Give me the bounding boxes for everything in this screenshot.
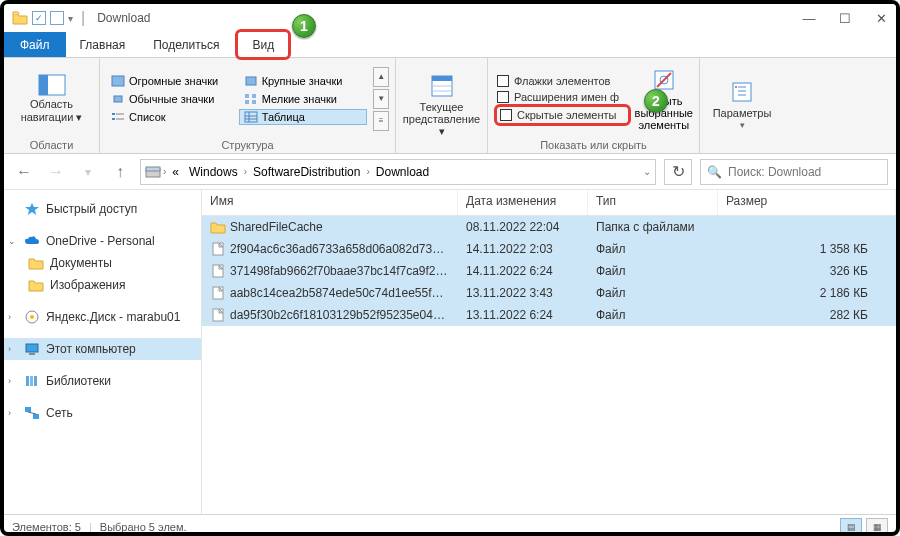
folder-icon <box>12 11 28 25</box>
table-row[interactable]: da95f30b2c6f18103129b52f95235e04bc19...1… <box>202 304 896 326</box>
table-row[interactable]: 371498fab9662f70baae37bc14f7ca9f24f4f...… <box>202 260 896 282</box>
address-bar[interactable]: › « Windows › SoftwareDistribution › Dow… <box>140 159 656 185</box>
check-item-flags[interactable]: Флажки элементов <box>494 74 631 88</box>
group-label: Показать или скрыть <box>488 139 699 153</box>
drive-icon <box>145 165 161 179</box>
breadcrumb-segment[interactable]: « Windows <box>168 165 241 179</box>
checkbox-icon <box>497 75 509 87</box>
table-row[interactable]: SharedFileCache08.11.2022 22:04Папка с ф… <box>202 216 896 238</box>
layout-scroll-down[interactable]: ▼ <box>373 89 389 109</box>
view-details-toggle[interactable]: ▤ <box>840 518 862 536</box>
breadcrumb-segment[interactable]: SoftwareDistribution <box>249 165 364 179</box>
search-icon: 🔍 <box>707 165 722 179</box>
pc-icon <box>24 342 40 356</box>
file-icon <box>210 264 226 278</box>
chevron-icon: › <box>8 376 18 386</box>
view-icon <box>244 111 258 123</box>
table-row[interactable]: 2f904ac6c36ad6733a658d06a082d731576a...1… <box>202 238 896 260</box>
layout-medium[interactable]: Обычные значки <box>106 91 235 107</box>
layout-list[interactable]: Список <box>106 109 235 125</box>
svg-rect-4 <box>114 96 122 102</box>
tree-network[interactable]: ›Сеть <box>4 402 201 424</box>
tab-share[interactable]: Поделиться <box>139 32 233 57</box>
chevron-icon: › <box>8 408 18 418</box>
tree-quick-access[interactable]: Быстрый доступ <box>4 198 201 220</box>
layout-large[interactable]: Крупные значки <box>239 73 368 89</box>
tree-onedrive[interactable]: ⌄OneDrive - Personal <box>4 230 201 252</box>
up-button[interactable]: ↑ <box>108 160 132 184</box>
svg-rect-8 <box>252 100 256 104</box>
svg-point-30 <box>30 315 34 319</box>
file-icon <box>210 308 226 322</box>
table-row[interactable]: aab8c14cea2b5874ede50c74d1ee55f03eb...13… <box>202 282 896 304</box>
folder-icon <box>28 278 44 292</box>
column-name[interactable]: Имя <box>202 190 458 215</box>
svg-rect-34 <box>30 376 33 386</box>
close-button[interactable]: ✕ <box>874 11 888 25</box>
column-type[interactable]: Тип <box>588 190 718 215</box>
view-icon <box>244 75 258 87</box>
svg-rect-18 <box>432 76 452 81</box>
current-view-button[interactable]: Текущее представление ▾ <box>402 73 481 137</box>
svg-rect-2 <box>112 76 124 86</box>
folder-icon <box>28 256 44 270</box>
file-list: SharedFileCache08.11.2022 22:04Папка с ф… <box>202 216 896 514</box>
svg-rect-5 <box>245 94 249 98</box>
svg-rect-35 <box>34 376 37 386</box>
forward-button[interactable]: → <box>44 160 68 184</box>
view-icon <box>244 93 258 105</box>
qat-item[interactable]: ✓ <box>32 11 46 25</box>
breadcrumb-segment[interactable]: Download <box>372 165 433 179</box>
chevron-right-icon[interactable]: › <box>244 166 247 177</box>
svg-line-38 <box>28 412 36 414</box>
svg-rect-6 <box>252 94 256 98</box>
tree-this-pc[interactable]: ›Этот компьютер <box>4 338 201 360</box>
view-icon <box>111 111 125 123</box>
svg-rect-37 <box>33 414 39 419</box>
chevron-right-icon[interactable]: › <box>163 166 166 177</box>
column-date[interactable]: Дата изменения <box>458 190 588 215</box>
address-dropdown[interactable]: ⌄ <box>643 166 651 177</box>
checkbox-icon <box>497 91 509 103</box>
view-icons-toggle[interactable]: ▦ <box>866 518 888 536</box>
tree-pictures[interactable]: Изображения <box>4 274 201 296</box>
svg-point-25 <box>735 86 737 88</box>
refresh-button[interactable]: ↻ <box>664 159 692 185</box>
column-size[interactable]: Размер <box>718 190 896 215</box>
svg-rect-10 <box>116 113 124 115</box>
callout-2: 2 <box>644 89 668 113</box>
check-hidden-items[interactable]: Скрытые элементы <box>494 104 631 126</box>
layout-small[interactable]: Мелкие значки <box>239 91 368 107</box>
tab-view[interactable]: Вид <box>235 29 291 60</box>
qat-dropdown[interactable]: ▾ <box>68 13 73 24</box>
recent-dropdown[interactable]: ▾ <box>76 160 100 184</box>
qat-item[interactable] <box>50 11 64 25</box>
layout-scroll-up[interactable]: ▲ <box>373 67 389 87</box>
tab-home[interactable]: Главная <box>66 32 140 57</box>
chevron-icon: ⌄ <box>8 236 18 246</box>
svg-rect-1 <box>39 75 48 95</box>
navigation-pane-button[interactable]: Область навигации ▾ <box>10 74 93 124</box>
layout-huge[interactable]: Огромные значки <box>106 73 235 89</box>
view-icon <box>111 75 125 87</box>
maximize-button[interactable]: ☐ <box>838 11 852 25</box>
layout-details[interactable]: Таблица <box>239 109 368 125</box>
svg-rect-7 <box>245 100 249 104</box>
search-input[interactable]: 🔍 Поиск: Download <box>700 159 888 185</box>
options-button[interactable]: Параметры ▾ <box>706 79 778 131</box>
callout-1: 1 <box>292 14 316 38</box>
tree-documents[interactable]: Документы <box>4 252 201 274</box>
cloud-icon <box>24 234 40 248</box>
tree-libraries[interactable]: ›Библиотеки <box>4 370 201 392</box>
svg-rect-31 <box>26 344 38 352</box>
layout-expand[interactable]: ≡ <box>373 111 389 131</box>
minimize-button[interactable]: — <box>802 11 816 25</box>
check-file-extensions[interactable]: Расширения имен ф <box>494 90 631 104</box>
file-tab[interactable]: Файл <box>4 32 66 57</box>
view-icon <box>111 93 125 105</box>
back-button[interactable]: ← <box>12 160 36 184</box>
svg-rect-9 <box>112 113 115 115</box>
tree-yandex-disk[interactable]: ›Яндекс.Диск - marabu01 <box>4 306 201 328</box>
chevron-right-icon[interactable]: › <box>366 166 369 177</box>
chevron-icon: › <box>8 344 18 354</box>
